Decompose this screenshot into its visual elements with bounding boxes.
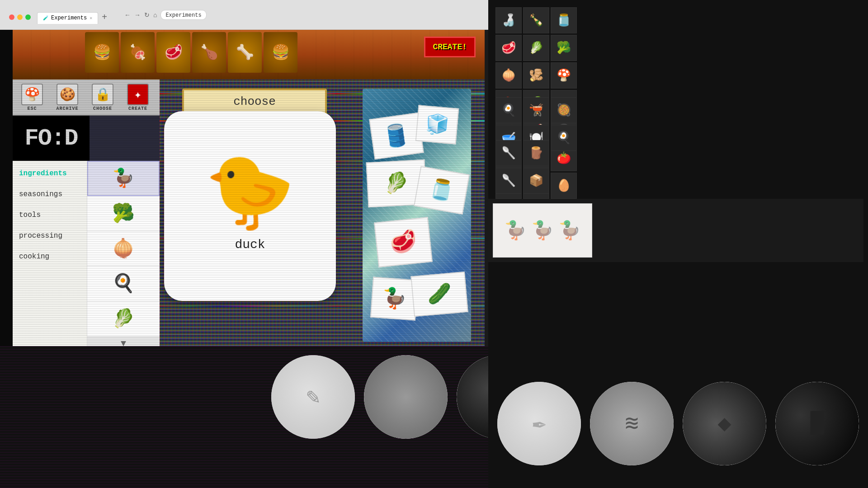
menu-seasonings[interactable]: seasonings xyxy=(17,188,82,200)
banner-food-1: 🍔 xyxy=(85,32,119,73)
tool-spoon[interactable]: 🥄 xyxy=(495,140,522,166)
tool-wok[interactable]: 🍳 xyxy=(495,97,522,123)
esc-icon: 🍄 xyxy=(21,84,43,105)
choose-icon: 🔒 xyxy=(92,84,113,105)
bottom-circle-2 xyxy=(364,355,448,439)
banner-food-3: 🥩 xyxy=(156,32,190,73)
duck-card[interactable]: 🐤 duck xyxy=(164,111,336,301)
tool-pot[interactable]: 🫕 xyxy=(523,97,549,123)
sketch-figure-1: 🦆 xyxy=(504,220,527,242)
bottom-circle-1: ✎ xyxy=(271,355,355,439)
menu-tools[interactable]: tools xyxy=(17,209,82,221)
banner-food-4: 🍗 xyxy=(192,32,226,73)
back-button[interactable]: ← xyxy=(124,11,131,19)
texture-circle-3: ◆ xyxy=(683,382,766,465)
banner-food-6: 🍔 xyxy=(264,32,297,73)
create-toolbar-item[interactable]: ✦ CREATE xyxy=(122,84,154,111)
tool-cooker[interactable]: 📦 xyxy=(523,168,549,194)
collage-meat: 🥩 xyxy=(374,217,433,267)
grid-cabbage[interactable]: 🥬 xyxy=(523,35,549,61)
new-tab-button[interactable]: + xyxy=(98,12,111,22)
ingredient-duck[interactable]: 🦆 xyxy=(87,161,160,196)
refresh-button[interactable]: ↻ xyxy=(144,11,150,19)
texture-circle-1: ✒ xyxy=(497,382,581,465)
ingredient-collage: 🛢️ 🧊 🥬 🫙 🥩 🦆 🥒 xyxy=(363,89,480,342)
category-menu: ingredients seasonings tools processing … xyxy=(13,161,87,346)
tool-ladle[interactable]: 🥄 xyxy=(495,168,522,194)
ingredient-broccoli[interactable]: 🥦 xyxy=(87,196,160,231)
grid-bottle[interactable]: 🍾 xyxy=(523,7,549,33)
ingredient-onion[interactable]: 🧅 xyxy=(87,231,160,267)
banner-food-2: 🍖 xyxy=(121,32,155,73)
archive-icon: 🍪 xyxy=(57,84,78,105)
ingredient-greens[interactable]: 🥬 xyxy=(87,301,160,337)
archive-toolbar-item[interactable]: 🍪 ARCHIVE xyxy=(52,84,83,111)
menu-ingredients[interactable]: ingredients xyxy=(17,168,82,179)
scroll-down-arrow[interactable]: ▼ xyxy=(87,337,160,346)
recipe-sketches-panel: 🦆 🦆 🦆 xyxy=(488,199,863,262)
home-button[interactable]: ⌂ xyxy=(153,11,157,19)
grid-oil[interactable]: 🫚 xyxy=(523,62,549,89)
grid-broccoli[interactable]: 🥦 xyxy=(551,35,577,61)
tab-title: Experiments xyxy=(51,15,87,21)
esc-toolbar-item[interactable]: 🍄 ESC xyxy=(16,84,48,111)
banner-food-5: 🦴 xyxy=(228,32,262,73)
duck-image: 🐤 xyxy=(205,161,295,233)
bottom-circle-3 xyxy=(457,355,488,439)
food-title-text: FO:D xyxy=(25,125,78,152)
texture-circles: ✒ ≋ ◆ █ xyxy=(488,382,868,465)
texture-circle-2: ≋ xyxy=(590,382,674,465)
traffic-light-red[interactable] xyxy=(9,14,14,20)
choose-label: CHOOSE xyxy=(93,106,112,111)
ingredient-egg[interactable]: 🍳 xyxy=(87,266,160,301)
traffic-light-green[interactable] xyxy=(25,14,31,20)
sketch-figure-3: 🦆 xyxy=(558,220,581,242)
choose-toolbar-item[interactable]: 🔒 CHOOSE xyxy=(87,84,118,111)
grid-onion[interactable]: 🧅 xyxy=(495,62,522,89)
create-label: CREATE xyxy=(128,106,147,111)
grid-jar[interactable]: 🫙 xyxy=(551,7,577,33)
menu-cooking[interactable]: cooking xyxy=(17,251,82,263)
sketch-figure-2: 🦆 xyxy=(531,220,554,242)
ingredient-sidebar: 🦆 🥦 🧅 🍳 🥬 ▼ xyxy=(87,161,160,346)
bottom-circles: ✎ xyxy=(271,355,488,439)
sketch-outlines: 🦆 🦆 🦆 xyxy=(493,203,592,258)
choose-text: choose xyxy=(233,95,276,108)
duck-label: duck xyxy=(235,238,265,252)
grid-meat[interactable]: 🥩 xyxy=(495,35,522,61)
browser-tab[interactable]: 🧪 Experiments ✕ xyxy=(37,12,98,24)
extra-tools-grid: 🥄 🪵 🥄 📦 xyxy=(495,140,549,194)
tool-pan2[interactable]: 🍳 xyxy=(551,125,577,151)
traffic-light-yellow[interactable] xyxy=(17,14,23,20)
forward-button[interactable]: → xyxy=(134,11,141,19)
create-banner-button[interactable]: CREATE! xyxy=(424,37,476,57)
esc-label: ESC xyxy=(27,106,37,111)
collage-sugar: 🧊 xyxy=(415,105,459,145)
menu-processing[interactable]: processing xyxy=(17,230,82,242)
url-bar[interactable]: Experiments xyxy=(160,10,206,20)
tool-pan[interactable]: 🥘 xyxy=(551,97,577,123)
collage-sauce: 🫙 xyxy=(414,166,470,215)
grid-soy-sauce[interactable]: 🍶 xyxy=(495,7,522,33)
create-icon: ✦ xyxy=(127,84,149,105)
tool-board[interactable]: 🪵 xyxy=(523,140,549,166)
texture-circle-4: █ xyxy=(775,382,859,465)
tab-icon: 🧪 xyxy=(43,15,48,21)
collage-cucumber: 🥒 xyxy=(410,272,468,317)
grid-mushroom-dry[interactable]: 🍄 xyxy=(551,62,577,89)
grid-egg[interactable]: 🥚 xyxy=(551,173,577,199)
tab-close-button[interactable]: ✕ xyxy=(90,15,92,21)
archive-label: ARCHIVE xyxy=(56,106,78,111)
